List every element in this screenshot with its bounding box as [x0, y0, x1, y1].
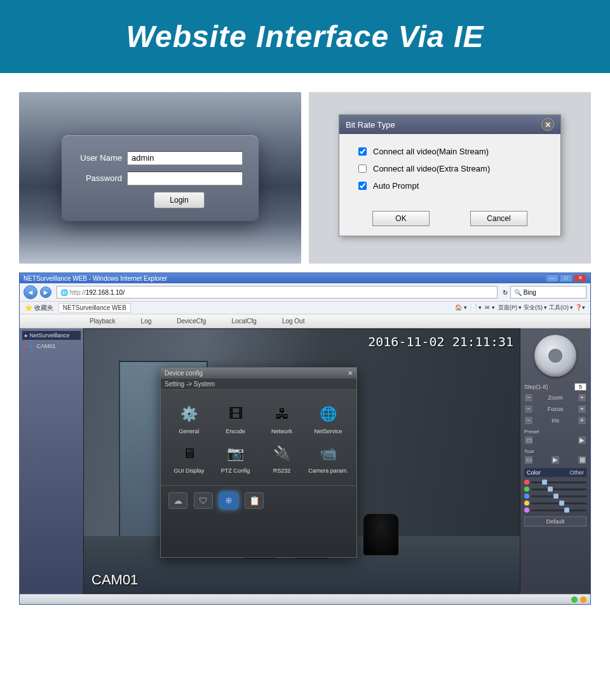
dialog-title-text: Bit Rate Type: [346, 120, 395, 130]
ie-toolbar-right[interactable]: 🏠 ▾ 📄 ▾ ✉ ▾ 页面(P) ▾ 安全(S) ▾ 工具(O) ▾ ❓▾: [455, 304, 585, 312]
config-item-gui-display[interactable]: 🖥GUI Display: [168, 442, 210, 474]
color-slider-1[interactable]: [524, 487, 586, 492]
menu-playback[interactable]: Playback: [90, 318, 116, 325]
config-item-ptz-config[interactable]: 📷PTZ Config: [215, 442, 256, 474]
menu-localcfg[interactable]: LocalCfg: [231, 318, 256, 325]
bottom-icon-shield[interactable]: 🛡: [194, 492, 213, 509]
bottom-icon-cloud[interactable]: ☁: [168, 492, 187, 509]
extra-stream-option[interactable]: Connect all video(Extra Stream): [358, 164, 541, 173]
config-label: PTZ Config: [221, 468, 250, 474]
step-label: Step(1-8): [524, 384, 548, 390]
username-input[interactable]: [127, 151, 243, 165]
app-area: Playback Log DeviceCfg LocalCfg Log Out …: [20, 314, 590, 594]
color-tab[interactable]: Color: [527, 469, 541, 476]
maximize-button[interactable]: □: [560, 274, 573, 282]
color-slider-0[interactable]: [524, 480, 586, 485]
video-viewport[interactable]: 2016-11-02 21:11:31 CAM01 Device config …: [83, 328, 520, 594]
config-item-general[interactable]: ⚙️General: [168, 403, 210, 434]
device-config-breadcrumb: Setting -> System: [161, 379, 356, 390]
focus-minus[interactable]: −: [524, 405, 533, 414]
zoom-plus[interactable]: +: [578, 393, 586, 402]
bottom-icon-list[interactable]: 📋: [245, 492, 264, 509]
step-value[interactable]: 5: [574, 383, 586, 391]
password-label: Password: [78, 173, 127, 183]
cancel-button[interactable]: Cancel: [470, 211, 527, 226]
slider-color-icon: [524, 480, 529, 485]
preset-section: Preset: [524, 429, 586, 434]
menu-log[interactable]: Log: [141, 318, 152, 325]
tour-section: Tour: [524, 448, 586, 454]
ie-window: NETSurveillance WEB - Windows Internet E…: [19, 273, 591, 605]
tab-netsurveillance[interactable]: NETSurveillance WEB: [58, 303, 131, 313]
main-stream-checkbox[interactable]: [358, 147, 367, 156]
window-close-button[interactable]: ✕: [574, 274, 586, 282]
iris-minus[interactable]: −: [524, 416, 533, 425]
config-item-network[interactable]: 🖧Network: [261, 403, 302, 434]
config-item-netservice[interactable]: 🌐NetService: [308, 403, 349, 434]
status-orange-icon: [580, 596, 586, 603]
config-icon: 📷: [224, 442, 247, 465]
ok-button[interactable]: OK: [372, 211, 430, 226]
url-field[interactable]: 🌐 http:// 192.168.1.10/: [57, 286, 498, 299]
tour-grid[interactable]: ▦: [578, 455, 586, 464]
back-button[interactable]: ◄: [24, 285, 37, 299]
close-icon[interactable]: ✕: [541, 118, 554, 131]
bitrate-dialog: Bit Rate Type ✕ Connect all video(Main S…: [339, 114, 561, 236]
config-label: GUI Display: [173, 468, 204, 474]
device-config-dialog: Device config ✕ Setting -> System ⚙️Gene…: [160, 367, 357, 558]
menu-logout[interactable]: Log Out: [282, 318, 305, 325]
other-tab[interactable]: Other: [569, 469, 584, 476]
page-title: Website Interface Via IE: [0, 19, 610, 54]
password-input[interactable]: [127, 172, 243, 185]
auto-prompt-checkbox[interactable]: [358, 182, 367, 190]
auto-prompt-label: Auto Prompt: [373, 181, 419, 191]
bottom-icon-gear[interactable]: ❋: [219, 492, 238, 509]
color-slider-4[interactable]: [524, 508, 586, 513]
ptz-joystick[interactable]: [534, 335, 576, 377]
iris-plus[interactable]: +: [578, 416, 586, 425]
config-item-rs232[interactable]: 🔌RS232: [261, 442, 302, 474]
tree-item-cam01[interactable]: ● ▶ CAM01: [22, 342, 81, 351]
preset-play[interactable]: ▶: [578, 436, 586, 445]
default-button[interactable]: Default: [524, 516, 586, 527]
minimize-button[interactable]: —: [546, 274, 559, 282]
search-placeholder: Bing: [524, 289, 536, 296]
url-scheme: http://: [70, 289, 86, 296]
slider-color-icon: [524, 501, 529, 506]
slider-color-icon: [524, 508, 529, 513]
zoom-minus[interactable]: −: [524, 393, 533, 402]
tree-item-label: CAM01: [36, 343, 55, 349]
focus-plus[interactable]: +: [578, 405, 586, 414]
forward-button[interactable]: ►: [40, 286, 51, 298]
config-icon: ⚙️: [178, 403, 201, 426]
menu-devicecfg[interactable]: DeviceCfg: [177, 318, 206, 325]
dialog-titlebar: Bit Rate Type ✕: [339, 115, 560, 134]
tour-box[interactable]: ▭: [524, 455, 533, 464]
bitrate-panel: Bit Rate Type ✕ Connect all video(Main S…: [309, 92, 591, 264]
main-stream-option[interactable]: Connect all video(Main Stream): [358, 147, 541, 156]
auto-prompt-option[interactable]: Auto Prompt: [358, 181, 541, 191]
device-config-title: Device config: [165, 370, 203, 377]
favorites-bar: ⭐ 收藏夹 NETSurveillance WEB 🏠 ▾ 📄 ▾ ✉ ▾ 页面…: [20, 302, 590, 314]
app-status-bar: [20, 594, 590, 604]
page-header: Website Interface Via IE: [0, 0, 610, 73]
color-slider-2[interactable]: [524, 494, 586, 499]
config-item-camera-param-[interactable]: 📹Camera param.: [308, 442, 349, 474]
tree-header: ▸ NetSurveillance: [22, 331, 81, 340]
tour-play[interactable]: ▶: [551, 455, 560, 464]
ie-titlebar: NETSurveillance WEB - Windows Internet E…: [20, 273, 590, 283]
device-config-close-icon[interactable]: ✕: [348, 370, 353, 377]
window-title: NETSurveillance WEB - Windows Internet E…: [24, 275, 167, 282]
login-button[interactable]: Login: [154, 192, 205, 208]
url-text: 192.168.1.10/: [86, 289, 125, 296]
config-item-encode[interactable]: 🎞Encode: [215, 403, 256, 434]
device-tree: ▸ NetSurveillance ● ▶ CAM01: [20, 328, 83, 594]
status-green-icon: [571, 596, 578, 603]
preset-box[interactable]: ▭: [524, 436, 533, 445]
color-slider-3[interactable]: [524, 501, 586, 506]
search-field[interactable]: 🔍 Bing: [510, 286, 586, 299]
favorites-icon[interactable]: ⭐ 收藏夹: [25, 304, 53, 313]
extra-stream-checkbox[interactable]: [358, 165, 367, 173]
app-menu: Playback Log DeviceCfg LocalCfg Log Out: [20, 314, 590, 328]
config-icon: 🌐: [317, 403, 340, 426]
